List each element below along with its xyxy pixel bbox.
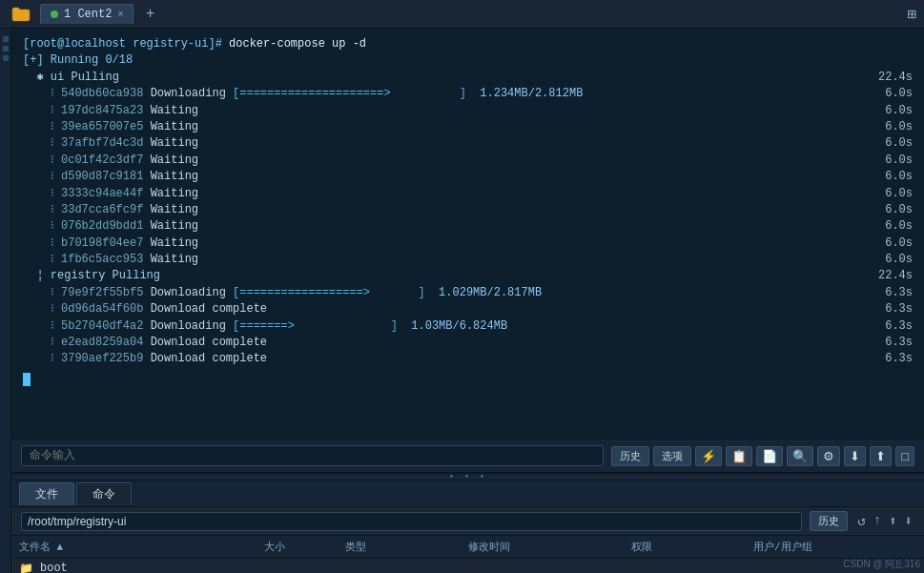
divider-dots: • • •	[448, 472, 486, 482]
terminal-line: ⁝ e2ead8259a04 Download complete 6.3s	[23, 335, 913, 351]
terminal-line: ⁝ 1fb6c5acc953 Waiting 6.0s	[23, 252, 913, 268]
terminal-line: ¦ registry Pulling 22.4s	[23, 268, 913, 284]
watermark: CSDN @ 阿丘316	[843, 558, 920, 571]
download-file-icon[interactable]: ⬇	[903, 513, 914, 529]
settings-icon[interactable]: ⚙	[817, 446, 840, 466]
upload-icon[interactable]: ⬆	[870, 446, 892, 466]
terminal-output[interactable]: [root@localhost registry-ui]# docker-com…	[11, 29, 924, 439]
up-dir-icon[interactable]: ↑	[872, 513, 883, 529]
terminal-line: ⁝ 076b2dd9bdd1 Waiting 6.0s	[23, 218, 913, 235]
options-button[interactable]: 选项	[653, 446, 691, 466]
terminal-line: ⁝ 3333c94ae44f Waiting 6.0s	[23, 186, 913, 202]
tab-close-button[interactable]: ×	[117, 10, 123, 20]
col-header-type[interactable]: 类型	[345, 540, 467, 554]
col-header-perm[interactable]: 权限	[631, 540, 753, 554]
tab-status-dot	[51, 10, 58, 18]
terminal-line: ⁝ d590d87c9181 Waiting 6.0s	[23, 169, 913, 185]
command-input[interactable]	[21, 445, 604, 466]
terminal-line: [root@localhost registry-ui]# docker-com…	[23, 36, 913, 52]
tab-commands[interactable]: 命令	[76, 482, 132, 505]
search-icon[interactable]: 🔍	[787, 446, 813, 466]
panel-divider: • • •	[11, 473, 924, 481]
terminal-cursor	[23, 373, 31, 386]
col-header-owner[interactable]: 用户/用户组	[753, 540, 916, 554]
path-input[interactable]	[21, 512, 802, 531]
terminal-line: ⁝ 540db60ca938 Downloading [============…	[23, 86, 913, 102]
terminal-line: ⁝ b70198f04ee7 Waiting 6.0s	[23, 235, 913, 252]
terminal-line: ⁝ 3790aef225b9 Download complete 6.3s	[23, 351, 913, 367]
copy-icon[interactable]: 📄	[756, 446, 783, 466]
file-manager-bar: 历史 ↺ ↑ ⬆ ⬇	[11, 507, 924, 536]
command-buttons: 历史 选项 ⚡ 📋 📄 🔍 ⚙ ⬇ ⬆ □	[611, 446, 914, 466]
bottom-panel: 文件 命令 历史 ↺ ↑ ⬆ ⬇ 文件名 ▲ 大小 类型 修改时间 权限 用户/…	[11, 481, 924, 573]
sidebar-dot	[3, 36, 9, 42]
folder-icon: 📁	[19, 562, 33, 574]
clipboard-icon[interactable]: 📋	[726, 446, 752, 466]
lightning-icon[interactable]: ⚡	[695, 446, 722, 466]
terminal-line: ⁝ 0c01f42c3df7 Waiting 6.0s	[23, 153, 913, 169]
tab-label: 1 Cent2	[64, 8, 112, 21]
terminal-line: ⁝ 37afbf7d4c3d Waiting 6.0s	[23, 135, 913, 152]
terminal-line: ⁝ 0d96da54f60b Download complete 6.3s	[23, 301, 913, 317]
terminal-line: [+] Running 0/18	[23, 52, 913, 69]
terminal-line: ⁝ 5b27040df4a2 Downloading [=======> ] 1…	[23, 318, 913, 335]
terminal-line: ✱ ui Pulling 22.4s	[23, 70, 913, 86]
col-header-mtime[interactable]: 修改时间	[468, 540, 631, 554]
tab-bar: 1 Cent2 × + ⊞	[0, 0, 924, 29]
col-header-name[interactable]: 文件名 ▲	[19, 540, 264, 554]
fm-icons: ↺ ↑ ⬆ ⬇	[855, 513, 914, 529]
file-row[interactable]: 📁 boot	[11, 559, 924, 573]
grid-view-icon[interactable]: ⊞	[907, 5, 916, 24]
command-input-bar: 历史 选项 ⚡ 📋 📄 🔍 ⚙ ⬇ ⬆ □	[11, 439, 924, 473]
upload-file-icon[interactable]: ⬆	[887, 513, 898, 529]
history-button[interactable]: 历史	[611, 446, 649, 466]
bottom-tabs: 文件 命令	[11, 481, 924, 507]
file-table-header: 文件名 ▲ 大小 类型 修改时间 权限 用户/用户组	[11, 536, 924, 559]
main-content: [root@localhost registry-ui]# docker-com…	[11, 29, 924, 573]
file-name: 📁 boot	[19, 562, 264, 574]
refresh-icon[interactable]: ↺	[855, 513, 867, 529]
sidebar-dot	[3, 46, 9, 51]
terminal-line: ⁝ 33d7cca6fc9f Waiting 6.0s	[23, 202, 913, 218]
app-folder-icon	[8, 1, 34, 28]
sidebar-dot	[3, 55, 9, 61]
terminal-line: ⁝ 39ea657007e5 Waiting 6.0s	[23, 119, 913, 135]
download-icon[interactable]: ⬇	[844, 446, 866, 466]
terminal-tab[interactable]: 1 Cent2 ×	[40, 4, 133, 24]
terminal-line: ⁝ 79e9f2f55bf5 Downloading [============…	[23, 285, 913, 301]
tab-files[interactable]: 文件	[19, 482, 74, 505]
col-header-size[interactable]: 大小	[264, 540, 346, 554]
terminal-line: ⁝ 197dc8475a23 Waiting 6.0s	[23, 103, 913, 119]
fm-history-button[interactable]: 历史	[810, 511, 848, 531]
left-sidebar	[0, 29, 11, 573]
fullscreen-icon[interactable]: □	[895, 446, 914, 466]
new-tab-button[interactable]: +	[139, 4, 160, 25]
